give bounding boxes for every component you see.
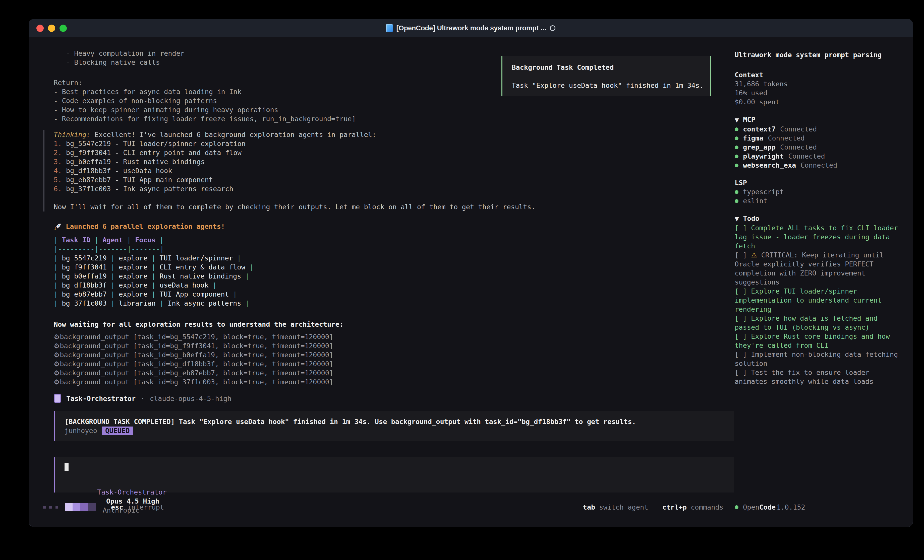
status-left: esc interrupt	[43, 503, 164, 511]
dot-separator: ·	[141, 395, 145, 403]
input-agent-name[interactable]: Task-Orchestrator	[97, 488, 166, 496]
app-version: OpenCode1.0.152	[735, 503, 805, 511]
context-spent: $0.00 spent	[735, 97, 905, 106]
table-row: |bg_b0effa19|explore|Rust native binding…	[54, 272, 727, 281]
notification-toast[interactable]: Background Task Completed Task "Explore …	[501, 56, 711, 96]
thinking-item: 1. bg_5547c219 - TUI loader/spinner expl…	[54, 139, 727, 148]
thinking-item: 5. bg_eb87ebb7 - TUI App main component	[54, 175, 727, 184]
table-row: |bg_eb87ebb7|explore|TUI App component|	[54, 290, 727, 299]
agent-model: claude-opus-4-5-high	[150, 395, 231, 403]
thinking-intro: Excellent! I've launched 6 background ex…	[90, 131, 376, 138]
waiting-line: Now waiting for all exploration results …	[54, 320, 727, 329]
agent-name: Task-Orchestrator	[66, 395, 136, 403]
tab-key-hint: tab	[583, 503, 596, 511]
tool-call: ⚙background_output [task_id=bg_b0effa19,…	[54, 350, 727, 359]
status-dot-icon	[735, 154, 738, 158]
tool-call: ⚙background_output [task_id=bg_37f1c003,…	[54, 377, 727, 386]
brand-code: Code	[759, 503, 776, 511]
text-cursor	[64, 463, 69, 471]
table-row: |bg_5547c219|explore|TUI loader/spinner|	[54, 254, 727, 263]
session-title: Ultrawork mode system prompt parsing	[735, 51, 905, 60]
status-dot-icon	[735, 163, 738, 167]
status-bar: esc interrupt tab switch agent ctrl+p co…	[29, 501, 913, 519]
ctrlp-key-label: commands	[691, 503, 723, 511]
terminal-window: [OpenCode] Ultrawork mode system prompt …	[28, 19, 913, 527]
file-icon	[386, 24, 393, 32]
background-task-completed-box: [BACKGROUND TASK COMPLETED] Task "Explor…	[54, 411, 734, 441]
todo-item: [ ] Explore Rust core bindings and how t…	[735, 332, 905, 350]
agent-message-header: Task-Orchestrator · claude-opus-4-5-high	[54, 394, 727, 403]
status-dot-icon	[735, 136, 738, 140]
context-tokens: 31,686 tokens	[735, 79, 905, 88]
spinner-dot-icon	[43, 506, 46, 509]
thinking-item: 3. bg_b0effa19 - Rust native bindings	[54, 157, 727, 166]
table-row: |bg_df18bb3f|explore|useData hook|	[54, 281, 727, 290]
table-row: |bg_f9ff3041|explore|CLI entry & data fl…	[54, 263, 727, 272]
agent-icon	[54, 394, 61, 403]
thinking-item: 4. bg_df18bb3f - useData hook	[54, 166, 727, 175]
transcript-line: - How to keep spinner animating during h…	[54, 105, 727, 114]
username: junhoyeo	[64, 427, 97, 434]
thinking-label: Thinking:	[54, 131, 90, 138]
esc-key-label: interrupt	[127, 503, 164, 511]
wait-line: Now I'll wait for all of them to complet…	[54, 202, 727, 211]
progress-spinner	[65, 503, 73, 511]
version-number: 1.0.152	[777, 503, 805, 511]
transcript-line: - Recommendations for fixing loader free…	[54, 114, 727, 123]
progress-spinner	[88, 503, 96, 511]
completed-message: [BACKGROUND TASK COMPLETED] Task "Explor…	[64, 417, 734, 426]
window-title: [OpenCode] Ultrawork mode system prompt …	[396, 24, 546, 32]
lsp-heading: LSP	[735, 178, 905, 187]
window-title-group: [OpenCode] Ultrawork mode system prompt …	[29, 24, 913, 32]
mcp-item: grep_appConnected	[735, 143, 905, 152]
brand-open: Open	[743, 503, 759, 511]
mcp-item: websearch_exaConnected	[735, 161, 905, 170]
table-separator-row: |---------|-------|-------|	[54, 245, 727, 254]
table-row: |bg_37f1c003|librarian|Ink async pattern…	[54, 299, 727, 308]
mcp-item: figmaConnected	[735, 134, 905, 143]
progress-spinner	[73, 503, 80, 511]
todo-item: [ ] ⚠ CRITICAL: Keep iterating until Ora…	[735, 251, 905, 287]
todo-item: [ ] Test the fix to ensure loader animat…	[735, 368, 905, 386]
ctrlp-key-hint: ctrl+p	[662, 503, 687, 511]
input-agent-row: Task-Orchestrator Opus 4.5 High Anthropi…	[64, 479, 734, 488]
thinking-block: Thinking: Excellent! I've launched 6 bac…	[44, 130, 727, 211]
title-bar: [OpenCode] Ultrawork mode system prompt …	[29, 19, 913, 37]
table-header-row: |Task ID|Agent|Focus|	[54, 236, 727, 245]
status-dot-icon	[735, 145, 738, 149]
tool-call-list: ⚙background_output [task_id=bg_5547c219,…	[54, 332, 727, 386]
tab-key-label: switch agent	[599, 503, 648, 511]
todo-item: [ ] Implement non-blocking data fetching…	[735, 350, 905, 368]
status-dot-icon	[735, 505, 738, 509]
todo-heading[interactable]: ▼ Todo	[735, 214, 905, 223]
sidebar: Ultrawork mode system prompt parsing Con…	[735, 51, 905, 386]
tool-call: ⚙background_output [task_id=bg_f9ff3041,…	[54, 341, 727, 350]
esc-key-hint: esc	[111, 503, 123, 511]
status-dot-icon	[735, 199, 738, 203]
todo-item: [ ] Complete ALL tasks to fix CLI loader…	[735, 223, 905, 251]
tool-call: ⚙background_output [task_id=bg_eb87ebb7,…	[54, 368, 727, 377]
transcript-scroll-area[interactable]: - Heavy computation in render - Blocking…	[54, 49, 727, 493]
mcp-heading[interactable]: ▼ MCP	[735, 115, 905, 125]
toast-body: Task "Explore useData hook" finished in …	[512, 81, 710, 90]
thinking-item: 6. bg_37f1c003 - Ink async patterns rese…	[54, 184, 727, 193]
mcp-item: playwrightConnected	[735, 152, 905, 161]
lsp-item: eslint	[735, 196, 905, 205]
todo-item: [ ] Explore how data is fetched and pass…	[735, 314, 905, 332]
progress-ring-icon	[550, 25, 555, 31]
spinner-dot-icon	[56, 506, 58, 509]
toast-title: Background Task Completed	[512, 63, 710, 72]
rocket-icon	[54, 223, 62, 231]
prompt-input[interactable]: Task-Orchestrator Opus 4.5 High Anthropi…	[54, 457, 734, 493]
warning-icon: ⚠	[751, 251, 757, 259]
status-right: tab switch agent ctrl+p commands	[583, 503, 723, 511]
thinking-item: 2. bg_f9ff3041 - CLI entry point and dat…	[54, 148, 727, 157]
launch-announcement: Launched 6 parallel exploration agents!	[54, 222, 727, 231]
spinner-dot-icon	[49, 506, 52, 509]
transcript-line: - Code examples of non-blocking patterns	[54, 96, 727, 105]
lsp-item: typescript	[735, 187, 905, 196]
collapse-icon: ▼	[735, 216, 739, 222]
context-used: 16% used	[735, 88, 905, 97]
status-dot-icon	[735, 127, 738, 131]
context-heading: Context	[735, 70, 905, 79]
